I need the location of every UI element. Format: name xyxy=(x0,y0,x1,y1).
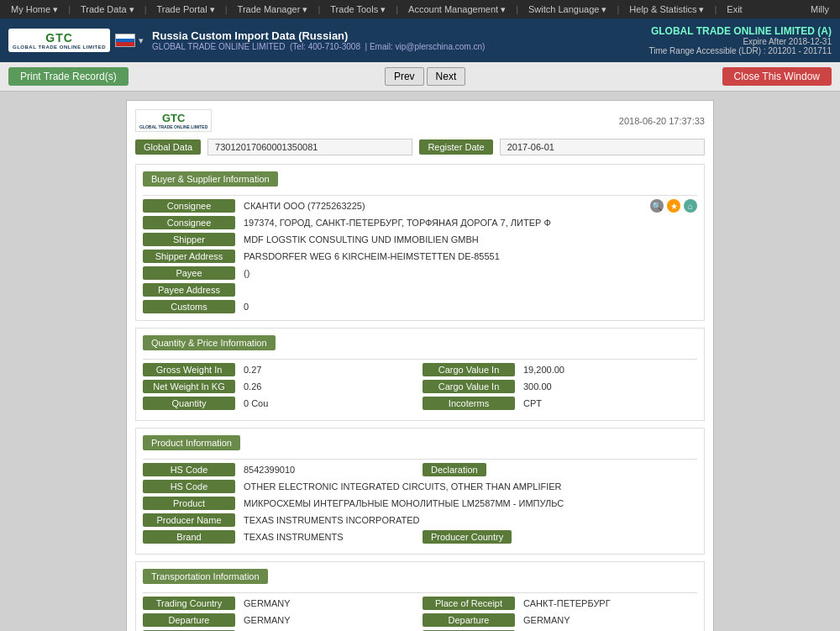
top-nav-buttons: Prev Next xyxy=(385,67,465,86)
country-title: Russia Custom Import Data (Russian) xyxy=(152,29,485,42)
record-logo: GTC GLOBAL TRADE ONLINE LIMITED xyxy=(135,109,212,132)
departure-label-1: Departure xyxy=(143,613,235,627)
nav-myhome[interactable]: My Home ▾ xyxy=(7,4,62,15)
gross-weight-row: Gross Weight In 0.27 Cargo Value In 19,2… xyxy=(143,363,697,376)
hs-desc-value: OTHER ELECTRONIC INTEGRATED CIRCUITS, OT… xyxy=(240,480,697,493)
consignee-label-1: Consignee xyxy=(143,199,235,213)
consignee-row-1: Consignee СКАНТИ ООО (7725263225) 🔍 ★ ⌂ xyxy=(143,199,697,213)
net-weight-row: Net Weight In KG 0.26 Cargo Value In 300… xyxy=(143,380,697,393)
payee-label: Payee xyxy=(143,266,235,280)
quantity-price-section: Quantity & Price Information Gross Weigh… xyxy=(135,328,705,421)
producer-name-row: Producer Name TEXAS INSTRUMENTS INCORPOR… xyxy=(143,513,697,527)
customs-label: Customs xyxy=(143,300,235,313)
place-of-receipt-label: Place of Receipt xyxy=(423,597,515,610)
top-navigation: My Home ▾ | Trade Data ▾ | Trade Portal … xyxy=(0,0,840,18)
quantity-label: Quantity xyxy=(143,397,235,410)
quantity-value: 0 Cou xyxy=(240,397,417,410)
customs-row: Customs 0 xyxy=(143,300,697,313)
producer-country-button[interactable]: Producer Country xyxy=(423,530,512,544)
nav-exit[interactable]: Exit xyxy=(722,4,746,14)
product-value: МИКРОСХЕМЫ ИНТЕГРАЛЬНЫЕ МОНОЛИТНЫЕ LM258… xyxy=(240,497,697,510)
departure-value-1: GERMANY xyxy=(240,613,417,627)
register-date-value: 2017-06-01 xyxy=(500,139,705,155)
hs-desc-row: HS Code OTHER ELECTRONIC INTEGRATED CIRC… xyxy=(143,480,697,493)
hs-code-label-1: HS Code xyxy=(143,463,235,476)
transportation-header: Transportation Information xyxy=(143,569,697,589)
home-icon[interactable]: ⌂ xyxy=(684,199,697,213)
consignee-row-2: Consignee 197374, ГОРОД, САНКТ-ПЕТЕРБУРГ… xyxy=(143,216,697,229)
trading-country-value: GERMANY xyxy=(240,597,417,610)
header-right: GLOBAL TRADE ONLINE LIMITED (A) Expire A… xyxy=(648,25,832,55)
time-range: Time Range Accessible (LDR) : 201201 - 2… xyxy=(648,46,832,55)
declaration-button[interactable]: Declaration xyxy=(423,463,486,476)
expire-info: Expire After 2018-12-31 xyxy=(648,37,832,46)
consignee-value-1: СКАНТИ ООО (7725263225) xyxy=(240,199,645,213)
producer-name-label: Producer Name xyxy=(143,513,235,527)
gross-weight-value: 0.27 xyxy=(240,363,417,376)
logo-gto: GTC xyxy=(45,31,73,45)
product-row: Product МИКРОСХЕМЫ ИНТЕГРАЛЬНЫЕ МОНОЛИТН… xyxy=(143,497,697,510)
product-header: Product Information xyxy=(143,435,697,455)
consignee-label-2: Consignee xyxy=(143,216,235,229)
nav-tradedata[interactable]: Trade Data ▾ xyxy=(76,4,139,15)
flag-area: ▾ xyxy=(115,34,144,47)
nav-help[interactable]: Help & Statistics ▾ xyxy=(625,4,708,15)
shipper-value: MDF LOGSTIK CONSULTING UND IMMOBILIEN GM… xyxy=(240,233,697,246)
header-bar: GTC GLOBAL TRADE ONLINE LIMITED ▾ Russia… xyxy=(0,18,840,62)
top-close-button[interactable]: Close This Window xyxy=(722,67,832,86)
brand-value: TEXAS INSTRUMENTS xyxy=(240,530,417,544)
hs-code-value-1: 8542399010 xyxy=(240,463,417,476)
trading-country-row: Trading Country GERMANY Place of Receipt… xyxy=(143,597,697,610)
payee-address-label: Payee Address xyxy=(143,283,235,297)
cargo-value-1: 19,200.00 xyxy=(520,363,697,376)
shipper-address-value: PARSDORFER WEG 6 KIRCHEIM-HEIMSTETTEN DE… xyxy=(240,250,697,263)
global-data-row: Global Data 73012017060001350081 Registe… xyxy=(135,139,705,155)
cargo-value-label-1: Cargo Value In xyxy=(423,363,515,376)
shipper-address-row: Shipper Address PARSDORFER WEG 6 KIRCHEI… xyxy=(143,250,697,263)
nav-tradetools[interactable]: Trade Tools ▾ xyxy=(326,4,390,15)
payee-row: Payee () xyxy=(143,266,697,280)
search-icon[interactable]: 🔍 xyxy=(650,199,664,213)
cargo-value-label-2: Cargo Value In xyxy=(423,380,515,393)
consignee-value-2: 197374, ГОРОД, САНКТ-ПЕТЕРБУРГ, ТОРФЯНАЯ… xyxy=(240,216,697,229)
gross-weight-label: Gross Weight In xyxy=(143,363,235,376)
buyer-supplier-title: Buyer & Supplier Information xyxy=(143,171,278,187)
brand-row: Brand TEXAS INSTRUMENTS Producer Country xyxy=(143,530,697,544)
trading-country-label: Trading Country xyxy=(143,597,235,610)
transportation-section: Transportation Information Trading Count… xyxy=(135,561,705,631)
country-info: Russia Custom Import Data (Russian) GLOB… xyxy=(152,29,485,51)
nav-account[interactable]: Account Management ▾ xyxy=(404,4,510,15)
top-next-button[interactable]: Next xyxy=(427,67,466,86)
top-prev-button[interactable]: Prev xyxy=(385,67,424,86)
top-print-button[interactable]: Print Trade Record(s) xyxy=(8,67,129,86)
net-weight-label: Net Weight In KG xyxy=(143,380,235,393)
global-data-label: Global Data xyxy=(135,139,201,155)
net-weight-value: 0.26 xyxy=(240,380,417,393)
nav-tradeportal[interactable]: Trade Portal ▾ xyxy=(153,4,219,15)
logo-area: GTC GLOBAL TRADE ONLINE LIMITED ▾ xyxy=(8,29,144,52)
nav-trademanager[interactable]: Trade Manager ▾ xyxy=(234,4,312,15)
gto-link: GLOBAL TRADE ONLINE LIMITED (A) xyxy=(648,25,832,37)
departure-label-2: Departure xyxy=(423,613,515,627)
departure-value-2: GERMANY xyxy=(520,613,697,627)
incoterms-value: CPT xyxy=(520,397,697,410)
place-of-receipt-value: САНКТ-ПЕТЕРБУРГ xyxy=(520,597,697,610)
departure-row: Departure GERMANY Departure GERMANY xyxy=(143,613,697,627)
payee-address-row: Payee Address xyxy=(143,283,697,297)
record-logo-box: GTC GLOBAL TRADE ONLINE LIMITED xyxy=(135,109,212,132)
flag-dropdown[interactable]: ▾ xyxy=(139,35,144,46)
shipper-row: Shipper MDF LOGSTIK CONSULTING UND IMMOB… xyxy=(143,233,697,246)
top-toolbar: Print Trade Record(s) Prev Next Close Th… xyxy=(0,62,840,92)
quantity-row: Quantity 0 Cou Incoterms CPT xyxy=(143,397,697,410)
record-timestamp: 2018-06-20 17:37:33 xyxy=(619,116,705,126)
product-title: Product Information xyxy=(143,435,240,450)
incoterms-label: Incoterms xyxy=(423,397,515,410)
record-header: GTC GLOBAL TRADE ONLINE LIMITED 2018-06-… xyxy=(135,109,705,132)
user-name: Milly xyxy=(806,4,833,14)
star-icon[interactable]: ★ xyxy=(667,199,680,213)
transportation-title: Transportation Information xyxy=(143,569,268,584)
shipper-label: Shipper xyxy=(143,233,235,246)
global-data-value: 73012017060001350081 xyxy=(207,139,412,155)
nav-language[interactable]: Switch Language ▾ xyxy=(524,4,611,15)
payee-value: () xyxy=(240,266,697,280)
